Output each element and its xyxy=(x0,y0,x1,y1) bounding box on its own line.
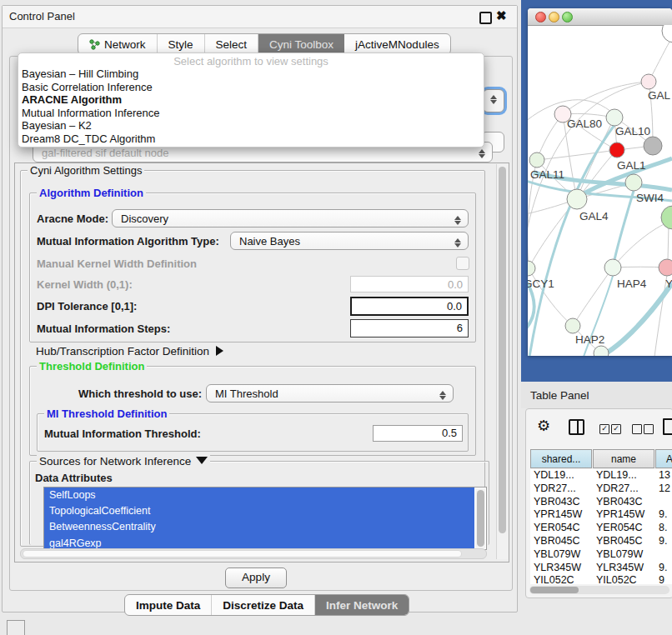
close-icon[interactable]: ✖ xyxy=(496,8,507,23)
document-icon[interactable] xyxy=(663,418,672,435)
column-header-name[interactable]: name xyxy=(593,449,654,468)
network-icon xyxy=(89,39,100,50)
node-label: Y xyxy=(665,278,672,290)
network-edge[interactable] xyxy=(537,150,617,160)
algorithm-option[interactable]: Mutual Information Inference xyxy=(18,107,484,120)
mi-threshold-field[interactable]: 0.5 xyxy=(373,425,463,442)
algorithm-option[interactable]: ARACNE Algorithm xyxy=(18,93,484,107)
attributes-scrollbar[interactable] xyxy=(475,488,485,548)
algorithm-option[interactable]: Dream8 DC_TDC Algorithm xyxy=(18,132,484,146)
column-header-partial[interactable]: A xyxy=(655,449,672,468)
hub-definition-expander[interactable]: Hub/Transcription Factor Definition xyxy=(36,345,223,358)
gear-icon[interactable]: ⚙ xyxy=(537,418,550,434)
combo-arrows-icon xyxy=(454,214,462,227)
which-threshold-combobox[interactable]: MI Threshold xyxy=(206,384,454,402)
network-node-gal11[interactable] xyxy=(529,152,544,168)
table-cell: YLR345W xyxy=(534,562,594,573)
network-node-gal1[interactable] xyxy=(609,142,624,158)
select-all-checks-icon[interactable]: ✓✓ xyxy=(599,421,623,436)
table-row[interactable]: YPR145WYPR145W9. xyxy=(530,508,672,522)
tab-impute-data[interactable]: Impute Data xyxy=(125,595,212,615)
kernel-width-field[interactable]: 0.0 xyxy=(350,276,469,292)
network-node-gal4[interactable] xyxy=(567,189,587,209)
minimize-traffic-light-icon[interactable] xyxy=(549,12,559,22)
inference-algorithm-combobox[interactable] xyxy=(483,89,504,112)
threshold-definition-title: Threshold Definition xyxy=(37,360,147,372)
data-attribute-item[interactable]: TopologicalCoefficient xyxy=(44,503,474,519)
network-node[interactable] xyxy=(594,346,609,356)
minimized-panel-icon[interactable] xyxy=(7,620,25,635)
network-window[interactable]: GALGAL80GAL10GAL1GAL11SWI4GAL4GCY1HAP4YH… xyxy=(528,8,672,356)
algorithm-option[interactable]: Bayesian – Hill Climbing xyxy=(18,68,484,81)
table-cell: YDL19... xyxy=(534,469,594,481)
table-row[interactable]: YBL079WYBL079W xyxy=(530,548,672,562)
close-traffic-light-icon[interactable] xyxy=(535,12,546,22)
cyni-settings-group-title: Cyni Algorithm Settings xyxy=(28,164,144,177)
float-panel-icon[interactable] xyxy=(479,12,492,24)
node-label: GAL80 xyxy=(567,118,602,130)
table-cell: YDR27... xyxy=(596,482,656,494)
mi-type-label: Mutual Information Algorithm Type: xyxy=(37,235,219,248)
network-node[interactable] xyxy=(662,25,672,42)
sources-group: Sources for Network Inference Data Attri… xyxy=(29,461,489,545)
table-row[interactable]: YDR27...YDR27...12 xyxy=(530,482,672,496)
network-window-titlebar[interactable] xyxy=(528,8,672,26)
control-panel-titlebar: Control Panel ✖ xyxy=(3,6,517,28)
tab-style[interactable]: Style xyxy=(158,34,205,54)
table-row[interactable]: YBR045CYBR045C9. xyxy=(530,535,672,548)
dpi-tolerance-field[interactable]: 0.0 xyxy=(350,297,469,316)
algorithm-dropdown-popup: Select algorithm to view settings Bayesi… xyxy=(18,52,484,148)
node-label: GAL1 xyxy=(617,159,646,172)
network-node[interactable] xyxy=(644,137,662,155)
table-row[interactable]: YER054CYER054C8. xyxy=(530,522,672,535)
combo-arrows-icon xyxy=(454,237,462,249)
tab-cyni-toolbox[interactable]: Cyni Toolbox xyxy=(258,34,344,54)
combo-arrows-icon xyxy=(439,389,447,402)
table-cell: YBL079W xyxy=(596,548,656,560)
node-label: GCY1 xyxy=(528,278,554,290)
network-node-hap4[interactable] xyxy=(604,259,621,276)
data-attribute-item[interactable]: SelfLoops xyxy=(44,488,474,503)
network-node-hap2[interactable] xyxy=(565,318,580,333)
network-canvas[interactable]: GALGAL80GAL10GAL1GAL11SWI4GAL4GCY1HAP4YH… xyxy=(528,25,672,356)
tab-discretize-data[interactable]: Discretize Data xyxy=(212,595,315,615)
algorithm-option[interactable]: Basic Correlation Inference xyxy=(18,81,484,94)
network-node-swi4[interactable] xyxy=(625,174,642,191)
network-node-y[interactable] xyxy=(659,259,672,276)
sources-title[interactable]: Sources for Network Inference xyxy=(37,455,210,468)
algorithm-option[interactable]: Bayesian – K2 xyxy=(18,119,484,132)
table-cell: YBR045C xyxy=(534,535,594,547)
cyni-settings-scrollpane: Cyni Algorithm Settings Algorithm Defini… xyxy=(14,162,509,562)
settings-hscrollbar[interactable] xyxy=(20,548,487,559)
table-row[interactable]: YIL052CYIL052C9 xyxy=(530,574,672,584)
network-node-gcy1[interactable] xyxy=(528,261,535,276)
data-attribute-item[interactable]: BetweennessCentrality xyxy=(44,519,474,535)
tab-infer-network[interactable]: Infer Network xyxy=(315,595,409,615)
mi-steps-field[interactable]: 6 xyxy=(350,319,469,338)
table-row[interactable]: YBR043CYBR043C xyxy=(530,496,672,509)
zoom-traffic-light-icon[interactable] xyxy=(562,12,573,22)
column-header-shared[interactable]: shared... xyxy=(530,449,592,468)
tab-network[interactable]: Network xyxy=(78,34,158,54)
network-node-gal[interactable] xyxy=(641,74,656,89)
aracne-mode-combobox[interactable]: Discovery xyxy=(112,209,469,228)
manual-kernel-checkbox[interactable] xyxy=(456,257,469,270)
tab-jactivemnodules[interactable]: jActiveMNodules xyxy=(344,34,450,54)
data-attributes-list[interactable]: SelfLoopsTopologicalCoefficientBetweenne… xyxy=(43,487,487,550)
table-panel-title: Table Panel xyxy=(530,389,589,402)
network-edge[interactable] xyxy=(668,225,669,260)
table-cell: YBL079W xyxy=(534,548,594,560)
mi-type-combobox[interactable]: Naive Bayes xyxy=(230,232,469,250)
table-hscrollbar[interactable] xyxy=(529,586,669,594)
table-cell: YIL052C xyxy=(534,574,594,584)
settings-scrollbar[interactable] xyxy=(496,164,508,559)
split-columns-icon[interactable] xyxy=(569,419,584,435)
network-node[interactable] xyxy=(661,206,672,229)
table-row[interactable]: YLR345WYLR345W9. xyxy=(530,562,672,575)
table-row[interactable]: YDL19...YDL19...13 xyxy=(530,469,672,482)
network-node-gal10[interactable] xyxy=(606,109,623,126)
node-label: HAP4 xyxy=(617,278,647,290)
tab-select[interactable]: Select xyxy=(205,34,259,54)
deselect-checks-icon[interactable] xyxy=(632,421,655,436)
apply-button[interactable]: Apply xyxy=(225,568,287,588)
